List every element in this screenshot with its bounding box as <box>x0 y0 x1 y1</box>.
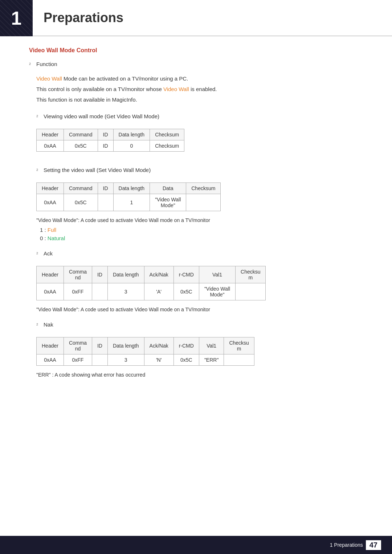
video-wall-note-1: "Video Wall Mode": A code used to activa… <box>36 217 363 223</box>
get-datalength-val: 0 <box>113 140 150 152</box>
bullet-num-2: 2 <box>36 114 41 118</box>
paragraph-2-text-a: This control is only available on a TV/m… <box>36 86 163 92</box>
nak-acknak-header: Ack/Nak <box>144 337 173 354</box>
ack-datalength-header: Data length <box>107 266 144 283</box>
ack-datalength-val: 3 <box>107 283 144 300</box>
get-header-header: Header <box>37 129 64 140</box>
set-header-val: 0xAA <box>37 194 64 211</box>
table-row: 0xAA 0x5C 1 "Video WallMode" <box>37 194 221 211</box>
get-header-val: 0xAA <box>37 140 64 152</box>
ack-checksum-header: Checksum <box>236 266 266 283</box>
nak-rcmd-val: 0x5C <box>173 354 199 366</box>
ack-id-header: ID <box>92 266 107 283</box>
set-checksum-val <box>186 194 221 211</box>
get-id-val: ID <box>98 140 113 152</box>
chapter-number: 1 <box>11 7 22 29</box>
set-header-header: Header <box>37 183 64 194</box>
paragraph-1: Video Wall Mode can be activated on a TV… <box>36 74 363 83</box>
ack-id-val <box>92 283 107 300</box>
get-command-header: Command <box>64 129 98 140</box>
ack-val1-header: Val1 <box>199 266 235 283</box>
ack-command-val: 0xFF <box>64 283 92 300</box>
paragraph-2-text-b: is enabled. <box>191 86 217 92</box>
nak-table: Header Command ID Data length Ack/Nak r-… <box>36 337 254 366</box>
table-row: 0xAA 0xFF 3 'A' 0x5C "Video WallMode" <box>37 283 266 300</box>
get-mode-table-wrapper: Header Command ID Data length Checksum 0… <box>36 129 184 152</box>
ack-acknak-val: 'A' <box>144 283 173 300</box>
bullet-num-5: 2 <box>36 323 41 326</box>
chapter-title-block: Preparations <box>33 0 392 36</box>
function-bullet-row: 2 Function <box>29 61 363 67</box>
ack-table-wrapper: Header Command ID Data length Ack/Nak r-… <box>36 266 266 300</box>
orange-link-2: Video Wall <box>163 86 189 92</box>
setting-label: Setting the video wall (Set Video Wall M… <box>44 167 151 173</box>
orange-link-1: Video Wall <box>36 75 62 82</box>
nak-header-header: Header <box>37 337 64 354</box>
paragraph-3-text: This function is not available in MagicI… <box>36 97 137 103</box>
natural-label: Natural <box>48 235 65 241</box>
page-footer: 1 Preparations 47 <box>0 536 392 554</box>
main-content: Video Wall Mode Control 2 Function Video… <box>0 47 392 378</box>
table-row: 0xAA 0xFF 3 'N' 0x5C "ERR" <box>37 354 254 366</box>
set-datalength-header: Data length <box>113 183 150 194</box>
get-checksum-val: Checksum <box>150 140 184 152</box>
set-data-header: Data <box>150 183 186 194</box>
set-command-header: Command <box>64 183 98 194</box>
chapter-title: Preparations <box>44 10 123 25</box>
paragraph-1-text: Mode can be activated on a TV/monitor us… <box>64 75 188 82</box>
set-datalength-val: 1 <box>113 194 150 211</box>
ack-label: Ack <box>44 250 53 257</box>
nak-bullet-row: 2 Nak <box>36 321 363 328</box>
function-label: Function <box>36 61 57 67</box>
set-id-val <box>98 194 113 211</box>
nak-val1-header: Val1 <box>199 337 224 354</box>
err-note: "ERR" : A code showing what error has oc… <box>36 372 363 378</box>
ack-header-header: Header <box>37 266 64 283</box>
nak-datalength-val: 3 <box>107 354 144 366</box>
ack-header-val: 0xAA <box>37 283 64 300</box>
nak-header-val: 0xAA <box>37 354 64 366</box>
set-command-val: 0x5C <box>64 194 98 211</box>
full-item: 1 : Full <box>40 227 363 233</box>
nak-id-header: ID <box>92 337 107 354</box>
setting-bullet-row: 2 Setting the video wall (Set Video Wall… <box>36 167 363 173</box>
nak-command-val: 0xFF <box>64 354 92 366</box>
ack-checksum-val <box>236 283 266 300</box>
ack-rcmd-header: r-CMD <box>173 266 199 283</box>
set-checksum-header: Checksum <box>186 183 221 194</box>
nak-table-wrapper: Header Command ID Data length Ack/Nak r-… <box>36 337 254 366</box>
viewing-bullet-row: 2 Viewing video wall mode (Get Video Wal… <box>36 113 363 119</box>
ack-val1-val: "Video WallMode" <box>199 283 235 300</box>
get-mode-table: Header Command ID Data length Checksum 0… <box>36 129 184 152</box>
set-data-val: "Video WallMode" <box>150 194 186 211</box>
ack-acknak-header: Ack/Nak <box>144 266 173 283</box>
zero-colon: 0 : <box>40 235 46 241</box>
nak-checksum-val <box>224 354 254 366</box>
section-title: Video Wall Mode Control <box>29 47 363 54</box>
set-id-header: ID <box>98 183 113 194</box>
get-command-val: 0x5C <box>64 140 98 152</box>
get-checksum-header: Checksum <box>150 129 184 140</box>
page-header: 1 Preparations <box>0 0 392 36</box>
ack-command-header: Command <box>64 266 92 283</box>
nak-rcmd-header: r-CMD <box>173 337 199 354</box>
table-row: 0xAA 0x5C ID 0 Checksum <box>37 140 184 152</box>
paragraph-2: This control is only available on a TV/m… <box>36 85 363 94</box>
nak-label: Nak <box>44 321 53 328</box>
footer-label: 1 Preparations <box>330 542 363 548</box>
nak-id-val <box>92 354 107 366</box>
get-datalength-header: Data length <box>113 129 150 140</box>
bullet-num-4: 2 <box>36 251 41 255</box>
page-number: 47 <box>366 540 381 550</box>
nak-datalength-header: Data length <box>107 337 144 354</box>
full-label: Full <box>48 227 56 233</box>
nak-acknak-val: 'N' <box>144 354 173 366</box>
bullet-num-3: 2 <box>36 168 41 172</box>
natural-item: 0 : Natural <box>40 235 363 241</box>
ack-rcmd-val: 0x5C <box>173 283 199 300</box>
nak-val1-val: "ERR" <box>199 354 224 366</box>
set-mode-table-wrapper: Header Command ID Data length Data Check… <box>36 182 221 211</box>
get-id-header: ID <box>98 129 113 140</box>
viewing-label: Viewing video wall mode (Get Video Wall … <box>44 113 159 119</box>
set-mode-table: Header Command ID Data length Data Check… <box>36 182 221 211</box>
